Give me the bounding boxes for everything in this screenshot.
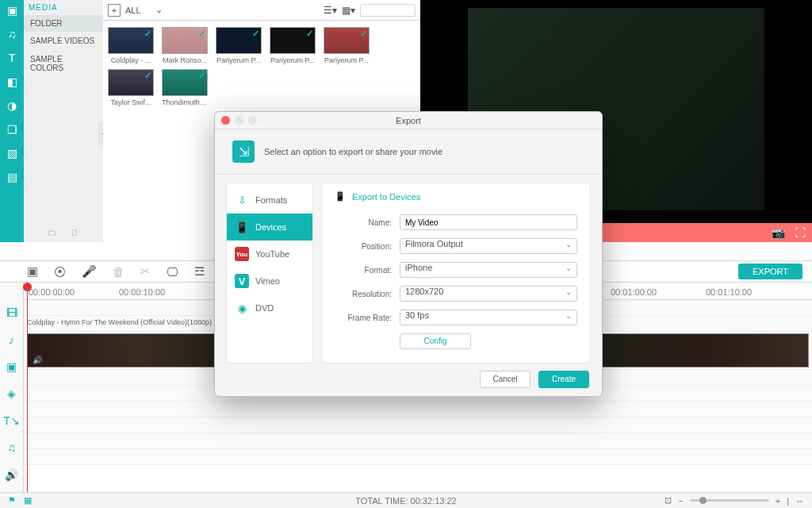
dialog-title: Export [396,116,421,125]
export-dialog: Export ⇲ Select an option to export or s… [214,111,603,397]
dialog-header: ⇲ Select an option to export or share yo… [215,129,602,175]
formats-icon: ⇩ [235,193,249,207]
export-icon: ⇲ [232,140,255,163]
devices-icon: 📱 [235,220,249,234]
name-label: Name: [335,218,400,227]
create-button[interactable]: Create [538,371,589,388]
vimeo-icon: V [235,274,249,288]
position-select[interactable]: Filmora Output [400,238,577,254]
tab-youtube[interactable]: YouYouTube [227,241,312,267]
format-select[interactable]: iPhone [400,262,577,278]
playhead[interactable] [27,283,28,492]
dvd-icon: ◉ [235,301,249,315]
config-button[interactable]: Config [400,333,471,349]
tab-vimeo[interactable]: VVimeo [227,267,312,294]
minimize-button[interactable] [235,116,243,125]
tab-devices[interactable]: 📱Devices [227,214,312,241]
export-form: 📱Export to Devices Name: Position:Filmor… [321,183,591,364]
format-label: Format: [335,266,400,275]
dialog-titlebar: Export [215,112,602,129]
dialog-subtitle: Select an option to export or share your… [264,147,442,156]
zoom-button[interactable] [248,116,257,125]
name-input[interactable] [400,214,577,230]
tab-formats[interactable]: ⇩Formats [227,187,312,214]
modal-overlay: Export ⇲ Select an option to export or s… [0,0,812,508]
resolution-select[interactable]: 1280x720 [400,286,577,302]
resolution-label: Resolution: [335,290,400,298]
close-button[interactable] [221,116,230,125]
framerate-label: Frame Rate: [335,314,400,322]
framerate-select[interactable]: 30 fps [400,310,577,325]
position-label: Position: [335,242,400,251]
tab-dvd[interactable]: ◉DVD [227,294,312,321]
cancel-button[interactable]: Cancel [480,371,530,388]
form-section-header: 📱Export to Devices [335,191,577,202]
youtube-icon: You [235,247,249,261]
export-tabs: ⇩Formats 📱Devices YouYouTube VVimeo ◉DVD [226,183,313,364]
phone-icon: 📱 [335,191,346,202]
